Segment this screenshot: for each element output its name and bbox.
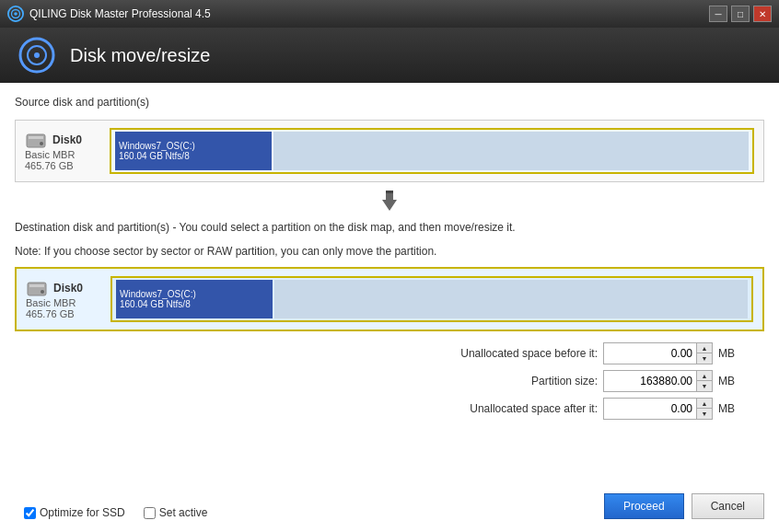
unallocated-before-down[interactable]: ▼ — [697, 353, 712, 364]
dest-disk-size: 465.76 GB — [26, 308, 99, 319]
source-disk-name: Disk0 — [52, 133, 82, 146]
titlebar: QILING Disk Master Professional 4.5 ─ □ … — [0, 0, 779, 28]
partition-size-row: Partition size: ▲ ▼ MB — [42, 370, 737, 392]
dest-disk-name: Disk0 — [53, 282, 83, 295]
svg-rect-10 — [386, 191, 393, 193]
svg-marker-9 — [382, 191, 397, 211]
source-disk-info: Disk0 Basic MBR 465.76 GB — [25, 131, 99, 171]
destination-desc-1: Destination disk and partition(s) - You … — [15, 219, 764, 236]
dest-partition-empty — [274, 280, 748, 318]
source-disk-icon — [25, 131, 47, 149]
unallocated-before-input[interactable] — [604, 343, 696, 364]
source-disk-display: Disk0 Basic MBR 465.76 GB Windows7_OS(C:… — [15, 120, 764, 182]
optimize-ssd-checkbox[interactable] — [24, 507, 36, 519]
unallocated-after-unit: MB — [718, 402, 737, 415]
unallocated-before-spinner: ▲ ▼ — [696, 343, 712, 364]
dest-partition-name: Windows7_OS(C:) — [120, 289, 196, 299]
dest-disk-type: Basic MBR — [26, 297, 99, 308]
set-active-checkbox[interactable] — [144, 507, 156, 519]
header-title: Disk move/resize — [70, 45, 210, 66]
source-section-label: Source disk and partition(s) — [15, 96, 764, 109]
fields-section: Unallocated space before it: ▲ ▼ MB Part… — [15, 342, 764, 420]
source-partition-empty — [273, 132, 749, 170]
close-button[interactable]: ✕ — [753, 6, 772, 22]
app-icon — [7, 6, 24, 22]
partition-size-input-wrap: ▲ ▼ — [603, 370, 713, 392]
action-buttons: Proceed Cancel — [604, 493, 764, 519]
dest-disk-icon — [26, 279, 48, 297]
unallocated-after-spinner: ▲ ▼ — [696, 399, 712, 419]
optimize-ssd-option[interactable]: Optimize for SSD — [24, 506, 125, 519]
minimize-button[interactable]: ─ — [709, 6, 727, 22]
svg-point-5 — [34, 52, 40, 58]
partition-size-spinner: ▲ ▼ — [696, 371, 712, 391]
titlebar-title: QILING Disk Master Professional 4.5 — [29, 7, 709, 20]
svg-point-2 — [14, 12, 17, 16]
unallocated-after-input[interactable] — [604, 399, 696, 419]
unallocated-after-down[interactable]: ▼ — [697, 409, 712, 419]
unallocated-before-row: Unallocated space before it: ▲ ▼ MB — [42, 342, 737, 364]
maximize-button[interactable]: □ — [731, 6, 750, 22]
source-partition-name: Windows7_OS(C:) — [119, 141, 195, 151]
proceed-button[interactable]: Proceed — [604, 493, 684, 519]
partition-size-label: Partition size: — [432, 375, 598, 387]
partition-size-unit: MB — [718, 375, 737, 387]
dest-partition-bar[interactable]: Windows7_OS(C:) 160.04 GB Ntfs/8 — [110, 276, 753, 322]
window-controls: ─ □ ✕ — [709, 6, 772, 22]
source-partition-info: 160.04 GB Ntfs/8 — [119, 151, 190, 161]
set-active-option[interactable]: Set active — [144, 506, 208, 519]
svg-point-8 — [40, 142, 43, 145]
source-disk-size: 465.76 GB — [25, 160, 99, 171]
unallocated-before-unit: MB — [718, 347, 737, 360]
partition-size-down[interactable]: ▼ — [697, 381, 712, 391]
disk-move-resize-icon — [18, 37, 55, 74]
unallocated-after-up[interactable]: ▲ — [697, 399, 712, 409]
optimize-ssd-label: Optimize for SSD — [40, 506, 125, 519]
dest-partition-info: 160.04 GB Ntfs/8 — [120, 299, 191, 309]
set-active-label: Set active — [159, 506, 208, 519]
unallocated-after-input-wrap: ▲ ▼ — [603, 398, 713, 420]
partition-size-input[interactable] — [604, 371, 696, 391]
svg-rect-7 — [29, 136, 43, 139]
unallocated-before-up[interactable]: ▲ — [697, 343, 712, 353]
unallocated-before-label: Unallocated space before it: — [432, 347, 598, 360]
source-disk-type: Basic MBR — [25, 149, 99, 160]
options-row: Optimize for SSD Set active — [15, 506, 216, 519]
dest-partition-filled: Windows7_OS(C:) 160.04 GB Ntfs/8 — [116, 280, 273, 318]
cancel-button[interactable]: Cancel — [692, 493, 764, 519]
unallocated-before-input-wrap: ▲ ▼ — [603, 342, 713, 364]
dest-disk-display: Disk0 Basic MBR 465.76 GB Windows7_OS(C:… — [15, 267, 764, 331]
svg-rect-12 — [29, 284, 44, 287]
source-partition-bar[interactable]: Windows7_OS(C:) 160.04 GB Ntfs/8 — [110, 128, 754, 174]
dest-disk-info: Disk0 Basic MBR 465.76 GB — [26, 279, 99, 319]
partition-size-up[interactable]: ▲ — [697, 371, 712, 381]
destination-desc-2: Note: If you choose sector by sector or … — [15, 243, 764, 260]
unallocated-after-label: Unallocated space after it: — [432, 402, 598, 415]
header-panel: Disk move/resize — [0, 28, 779, 83]
source-partition-filled: Windows7_OS(C:) 160.04 GB Ntfs/8 — [115, 132, 272, 170]
unallocated-after-row: Unallocated space after it: ▲ ▼ MB — [42, 398, 737, 420]
main-content: Source disk and partition(s) Disk0 Basic… — [0, 83, 779, 532]
svg-point-13 — [41, 290, 44, 294]
down-arrow-icon — [378, 191, 401, 211]
arrow-container — [15, 190, 764, 212]
